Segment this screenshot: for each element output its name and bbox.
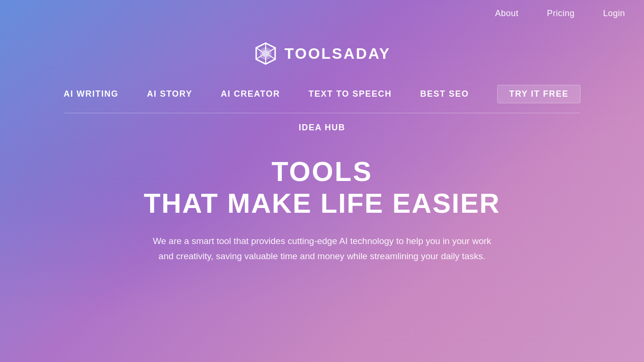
hero-section: About Pricing Login TOOLSADAY AI WRITING… — [0, 0, 644, 362]
about-link[interactable]: About — [495, 9, 519, 18]
hero-title-line1: TOOLS — [271, 156, 373, 187]
login-link[interactable]: Login — [603, 9, 625, 18]
logo-text: TOOLSADAY — [285, 45, 391, 63]
nav-idea-hub[interactable]: IDEA HUB — [299, 123, 345, 133]
nav-ai-writing[interactable]: AI WRITING — [63, 89, 118, 99]
logo-icon — [253, 41, 278, 66]
hero-content: TOOLS THAT MAKE LIFE EASIER We are a sma… — [49, 156, 595, 263]
pricing-link[interactable]: Pricing — [547, 9, 575, 18]
top-navigation: About Pricing Login — [0, 0, 644, 27]
main-nav-second-row: IDEA HUB — [299, 113, 345, 133]
main-navigation: AI WRITING AI STORY AI CREATOR TEXT TO S… — [0, 85, 644, 133]
main-nav-first-row: AI WRITING AI STORY AI CREATOR TEXT TO S… — [63, 85, 581, 113]
nav-ai-creator[interactable]: AI CREATOR — [221, 89, 280, 99]
nav-ai-story[interactable]: AI STORY — [147, 89, 192, 99]
nav-text-to-speech[interactable]: TEXT TO SPEECH — [309, 89, 392, 99]
hero-title-line2: THAT MAKE LIFE EASIER — [143, 187, 500, 220]
hero-description: We are a smart tool that provides cuttin… — [147, 234, 497, 263]
nav-try-it-free[interactable]: TRY IT FREE — [497, 85, 581, 103]
logo[interactable]: TOOLSADAY — [253, 41, 391, 66]
nav-best-seo[interactable]: BEST SEO — [420, 89, 469, 99]
